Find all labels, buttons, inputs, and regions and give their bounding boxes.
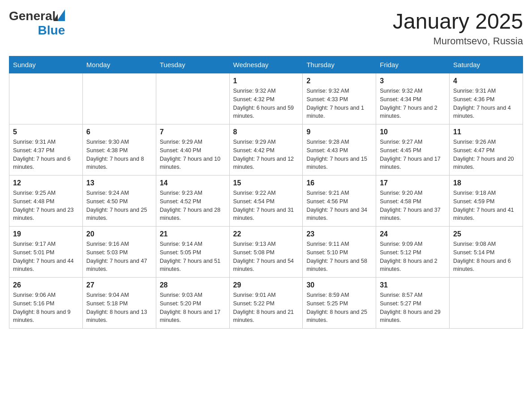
calendar-cell: 24Sunrise: 9:09 AMSunset: 5:12 PMDayligh… <box>376 227 450 278</box>
day-info: Sunrise: 9:16 AMSunset: 5:03 PMDaylight:… <box>86 240 152 274</box>
calendar-cell: 13Sunrise: 9:24 AMSunset: 4:50 PMDayligh… <box>82 176 156 227</box>
calendar-cell: 22Sunrise: 9:13 AMSunset: 5:08 PMDayligh… <box>229 227 303 278</box>
day-number: 5 <box>13 128 79 136</box>
day-number: 3 <box>380 77 446 85</box>
day-info: Sunrise: 9:06 AMSunset: 5:16 PMDaylight:… <box>13 291 79 325</box>
calendar-body: 1Sunrise: 9:32 AMSunset: 4:32 PMDaylight… <box>9 73 523 329</box>
calendar-cell: 5Sunrise: 9:31 AMSunset: 4:37 PMDaylight… <box>9 124 83 176</box>
day-info: Sunrise: 9:31 AMSunset: 4:37 PMDaylight:… <box>13 138 79 171</box>
logo-general-text: General <box>9 9 56 23</box>
calendar-cell: 12Sunrise: 9:25 AMSunset: 4:48 PMDayligh… <box>9 176 83 227</box>
day-number: 8 <box>233 128 299 136</box>
calendar-header: SundayMondayTuesdayWednesdayThursdayFrid… <box>9 56 523 73</box>
day-info: Sunrise: 9:30 AMSunset: 4:38 PMDaylight:… <box>86 138 152 171</box>
logo-icon <box>57 9 65 21</box>
calendar-cell: 10Sunrise: 9:27 AMSunset: 4:45 PMDayligh… <box>376 124 450 176</box>
calendar-table: SundayMondayTuesdayWednesdayThursdayFrid… <box>9 56 523 329</box>
day-info: Sunrise: 9:11 AMSunset: 5:10 PMDaylight:… <box>306 240 372 274</box>
day-number: 29 <box>233 281 299 289</box>
day-of-week-header: Thursday <box>303 56 376 73</box>
day-number: 25 <box>453 230 519 238</box>
calendar-cell: 4Sunrise: 9:31 AMSunset: 4:36 PMDaylight… <box>450 73 523 124</box>
title-section: January 2025 Muromtsevo, Russia <box>393 9 523 47</box>
day-of-week-header: Friday <box>376 56 450 73</box>
calendar-week-row: 1Sunrise: 9:32 AMSunset: 4:32 PMDaylight… <box>9 73 523 124</box>
day-info: Sunrise: 9:13 AMSunset: 5:08 PMDaylight:… <box>233 240 299 274</box>
logo-blue-text: Blue <box>38 23 65 38</box>
day-of-week-header: Wednesday <box>229 56 303 73</box>
calendar-cell: 27Sunrise: 9:04 AMSunset: 5:18 PMDayligh… <box>82 278 156 329</box>
header-row: SundayMondayTuesdayWednesdayThursdayFrid… <box>9 56 523 73</box>
calendar-cell: 15Sunrise: 9:22 AMSunset: 4:54 PMDayligh… <box>229 176 303 227</box>
day-info: Sunrise: 9:24 AMSunset: 4:50 PMDaylight:… <box>86 189 152 223</box>
day-info: Sunrise: 9:26 AMSunset: 4:47 PMDaylight:… <box>453 138 519 171</box>
calendar-cell <box>156 73 229 124</box>
day-number: 20 <box>86 230 152 238</box>
day-info: Sunrise: 9:17 AMSunset: 5:01 PMDaylight:… <box>13 240 79 274</box>
calendar-cell: 29Sunrise: 9:01 AMSunset: 5:22 PMDayligh… <box>229 278 303 329</box>
calendar-cell <box>9 73 83 124</box>
calendar-cell: 9Sunrise: 9:28 AMSunset: 4:43 PMDaylight… <box>303 124 376 176</box>
logo: General Blue <box>9 9 65 38</box>
calendar-cell: 31Sunrise: 8:57 AMSunset: 5:27 PMDayligh… <box>376 278 450 329</box>
day-number: 23 <box>306 230 372 238</box>
day-number: 16 <box>306 179 372 187</box>
day-info: Sunrise: 9:25 AMSunset: 4:48 PMDaylight:… <box>13 189 79 223</box>
calendar-cell: 21Sunrise: 9:14 AMSunset: 5:05 PMDayligh… <box>156 227 229 278</box>
day-number: 19 <box>13 230 79 238</box>
calendar-cell <box>82 73 156 124</box>
day-number: 1 <box>233 77 299 85</box>
day-number: 17 <box>380 179 446 187</box>
day-info: Sunrise: 9:29 AMSunset: 4:42 PMDaylight:… <box>233 138 299 171</box>
day-number: 2 <box>306 77 372 85</box>
day-info: Sunrise: 9:23 AMSunset: 4:52 PMDaylight:… <box>160 189 226 223</box>
calendar-cell: 3Sunrise: 9:32 AMSunset: 4:34 PMDaylight… <box>376 73 450 124</box>
day-info: Sunrise: 9:31 AMSunset: 4:36 PMDaylight:… <box>453 87 519 120</box>
day-number: 31 <box>380 281 446 289</box>
day-info: Sunrise: 9:08 AMSunset: 5:14 PMDaylight:… <box>453 240 519 274</box>
day-number: 18 <box>453 179 519 187</box>
day-info: Sunrise: 9:32 AMSunset: 4:32 PMDaylight:… <box>233 87 299 120</box>
calendar-cell: 6Sunrise: 9:30 AMSunset: 4:38 PMDaylight… <box>82 124 156 176</box>
day-info: Sunrise: 9:22 AMSunset: 4:54 PMDaylight:… <box>233 189 299 223</box>
day-of-week-header: Sunday <box>9 56 83 73</box>
calendar-cell: 1Sunrise: 9:32 AMSunset: 4:32 PMDaylight… <box>229 73 303 124</box>
day-info: Sunrise: 9:29 AMSunset: 4:40 PMDaylight:… <box>160 138 226 171</box>
calendar-week-row: 26Sunrise: 9:06 AMSunset: 5:16 PMDayligh… <box>9 278 523 329</box>
calendar-week-row: 12Sunrise: 9:25 AMSunset: 4:48 PMDayligh… <box>9 176 523 227</box>
day-number: 24 <box>380 230 446 238</box>
day-info: Sunrise: 9:14 AMSunset: 5:05 PMDaylight:… <box>160 240 226 274</box>
day-info: Sunrise: 9:03 AMSunset: 5:20 PMDaylight:… <box>160 291 226 325</box>
day-number: 6 <box>86 128 152 136</box>
day-info: Sunrise: 9:20 AMSunset: 4:58 PMDaylight:… <box>380 189 446 223</box>
day-number: 7 <box>160 128 226 136</box>
day-number: 4 <box>453 77 519 85</box>
day-number: 10 <box>380 128 446 136</box>
calendar-cell: 26Sunrise: 9:06 AMSunset: 5:16 PMDayligh… <box>9 278 83 329</box>
day-info: Sunrise: 9:21 AMSunset: 4:56 PMDaylight:… <box>306 189 372 223</box>
calendar-cell: 16Sunrise: 9:21 AMSunset: 4:56 PMDayligh… <box>303 176 376 227</box>
calendar-cell <box>450 278 523 329</box>
calendar-cell: 8Sunrise: 9:29 AMSunset: 4:42 PMDaylight… <box>229 124 303 176</box>
day-info: Sunrise: 8:59 AMSunset: 5:25 PMDaylight:… <box>306 291 372 325</box>
day-number: 28 <box>160 281 226 289</box>
calendar-cell: 25Sunrise: 9:08 AMSunset: 5:14 PMDayligh… <box>450 227 523 278</box>
day-of-week-header: Saturday <box>450 56 523 73</box>
day-info: Sunrise: 9:32 AMSunset: 4:34 PMDaylight:… <box>380 87 446 120</box>
day-number: 15 <box>233 179 299 187</box>
calendar-cell: 11Sunrise: 9:26 AMSunset: 4:47 PMDayligh… <box>450 124 523 176</box>
day-info: Sunrise: 9:28 AMSunset: 4:43 PMDaylight:… <box>306 138 372 171</box>
calendar-week-row: 5Sunrise: 9:31 AMSunset: 4:37 PMDaylight… <box>9 124 523 176</box>
day-number: 14 <box>160 179 226 187</box>
day-info: Sunrise: 8:57 AMSunset: 5:27 PMDaylight:… <box>380 291 446 325</box>
calendar-cell: 14Sunrise: 9:23 AMSunset: 4:52 PMDayligh… <box>156 176 229 227</box>
calendar-cell: 19Sunrise: 9:17 AMSunset: 5:01 PMDayligh… <box>9 227 83 278</box>
day-number: 9 <box>306 128 372 136</box>
calendar-cell: 30Sunrise: 8:59 AMSunset: 5:25 PMDayligh… <box>303 278 376 329</box>
month-title: January 2025 <box>393 9 523 34</box>
day-info: Sunrise: 9:18 AMSunset: 4:59 PMDaylight:… <box>453 189 519 223</box>
day-of-week-header: Monday <box>82 56 156 73</box>
day-info: Sunrise: 9:27 AMSunset: 4:45 PMDaylight:… <box>380 138 446 171</box>
day-info: Sunrise: 9:32 AMSunset: 4:33 PMDaylight:… <box>306 87 372 120</box>
calendar-cell: 18Sunrise: 9:18 AMSunset: 4:59 PMDayligh… <box>450 176 523 227</box>
